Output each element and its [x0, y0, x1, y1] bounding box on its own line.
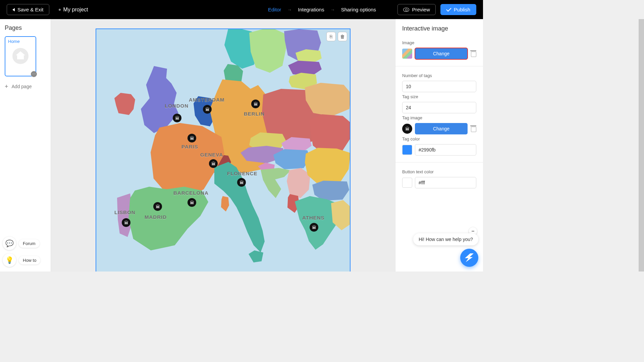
change-tag-image-button[interactable]: Change — [415, 123, 468, 134]
change-image-button[interactable]: Change — [415, 48, 468, 59]
map-region — [128, 187, 208, 250]
check-icon — [446, 6, 451, 12]
eye-icon — [403, 8, 409, 12]
map-tag[interactable] — [187, 198, 196, 207]
tag-image-label: Tag image — [402, 115, 476, 120]
map-tag[interactable] — [209, 159, 218, 168]
map-tag[interactable] — [203, 105, 212, 114]
delete-button[interactable]: 🗑 — [338, 32, 347, 41]
chevron-left-icon — [12, 8, 15, 11]
map-tag[interactable] — [153, 202, 162, 211]
topbar: Save & Exit My project Editor → Integrat… — [0, 0, 483, 19]
howto-label: How to — [19, 256, 40, 264]
chat-icon: 💬 — [5, 239, 14, 247]
city-label-barcelona: BARCELONA — [173, 190, 209, 196]
btn-text-color-swatch[interactable] — [402, 178, 412, 188]
howto-button[interactable]: 💡 — [3, 253, 16, 267]
publish-label: Publish — [454, 7, 470, 12]
map-region — [137, 66, 180, 133]
city-label-athens: ATHENS — [302, 215, 325, 221]
map-region — [287, 168, 310, 198]
messenger-icon — [465, 253, 474, 262]
page-thumb-home[interactable]: Home ⋯ — [5, 36, 36, 76]
interactive-image-frame[interactable]: ⎘ 🗑 — [96, 28, 351, 272]
arrow-right-icon: → — [287, 7, 292, 12]
panel-title: Interactive image — [395, 25, 483, 37]
forum-label: Forum — [19, 239, 40, 248]
save-exit-button[interactable]: Save & Exit — [7, 4, 49, 15]
city-label-paris: PARIS — [181, 144, 198, 149]
map-region — [249, 29, 286, 73]
preview-button[interactable]: Preview — [397, 4, 435, 15]
preview-label: Preview — [412, 7, 430, 12]
map-region — [249, 250, 263, 262]
city-label-amsterdam: AMSTERDAM — [189, 97, 225, 103]
tag-color-input[interactable] — [415, 144, 476, 156]
project-status: My project — [59, 7, 88, 13]
pages-title: Pages — [5, 24, 46, 32]
nav-integrations[interactable]: Integrations — [298, 7, 324, 12]
editor-canvas[interactable]: ⎘ 🗑 — [51, 19, 395, 272]
project-name: My project — [63, 7, 88, 13]
save-exit-label: Save & Exit — [17, 7, 44, 12]
tag-color-swatch[interactable] — [402, 145, 412, 155]
properties-panel: Interactive image Image Change Number of… — [395, 19, 483, 272]
map-region — [273, 149, 310, 169]
map-region — [261, 168, 291, 198]
nav-editor[interactable]: Editor — [268, 7, 281, 12]
image-label: Image — [402, 40, 476, 45]
map-tag[interactable] — [187, 134, 196, 142]
map-tag[interactable] — [237, 178, 246, 187]
tag-size-label: Tag size — [402, 94, 476, 99]
page-thumb-label: Home — [8, 39, 33, 44]
delete-tag-image-button[interactable] — [470, 125, 476, 132]
btn-text-color-input[interactable] — [415, 177, 476, 188]
city-label-florence: FLORENCE — [227, 171, 258, 176]
arrow-right-icon: → — [330, 7, 335, 12]
delete-image-button[interactable] — [470, 50, 476, 57]
nav-sharing[interactable]: Sharing options — [341, 7, 376, 12]
city-label-berlin: BERLIN — [244, 111, 265, 117]
image-thumbnail[interactable] — [402, 49, 412, 59]
num-tags-input[interactable] — [402, 81, 476, 92]
add-page-button[interactable]: + Add page — [5, 84, 46, 89]
pages-panel: Pages Home ⋯ + Add page 💬 Forum 💡 How to — [0, 19, 51, 272]
chat-tooltip[interactable]: Hi! How can we help you? — [413, 233, 478, 245]
city-label-madrid: MADRID — [145, 214, 167, 220]
tag-color-label: Tag color — [402, 136, 476, 141]
map-tag[interactable] — [310, 223, 318, 232]
duplicate-button[interactable]: ⎘ — [326, 32, 336, 41]
tag-size-input[interactable] — [402, 102, 476, 113]
forum-button[interactable]: 💬 — [3, 237, 16, 250]
editor-nav: Editor → Integrations → Sharing options — [268, 7, 376, 12]
trash-icon: 🗑 — [340, 34, 345, 39]
unsaved-dot-icon — [59, 9, 61, 11]
map-tag[interactable] — [173, 114, 181, 122]
map-tag[interactable] — [122, 218, 130, 227]
home-icon — [12, 48, 29, 64]
city-label-lisbon: LISBON — [114, 209, 136, 215]
copy-icon: ⎘ — [330, 34, 332, 39]
add-page-label: Add page — [12, 84, 32, 89]
lightbulb-icon: 💡 — [5, 256, 14, 264]
tag-image-thumbnail[interactable] — [402, 124, 412, 134]
map-tag[interactable] — [251, 100, 260, 108]
map-region — [114, 93, 135, 115]
city-label-london: LONDON — [165, 103, 189, 109]
map-region — [221, 196, 229, 212]
page-thumb-more-icon[interactable]: ⋯ — [31, 71, 37, 77]
btn-text-color-label: Button text color — [402, 169, 476, 174]
city-label-geneva: GENEVA — [200, 152, 223, 158]
chat-fab-button[interactable] — [460, 249, 478, 267]
publish-button[interactable]: Publish — [440, 4, 476, 15]
map-region — [305, 148, 351, 185]
num-tags-label: Number of tags — [402, 73, 476, 78]
